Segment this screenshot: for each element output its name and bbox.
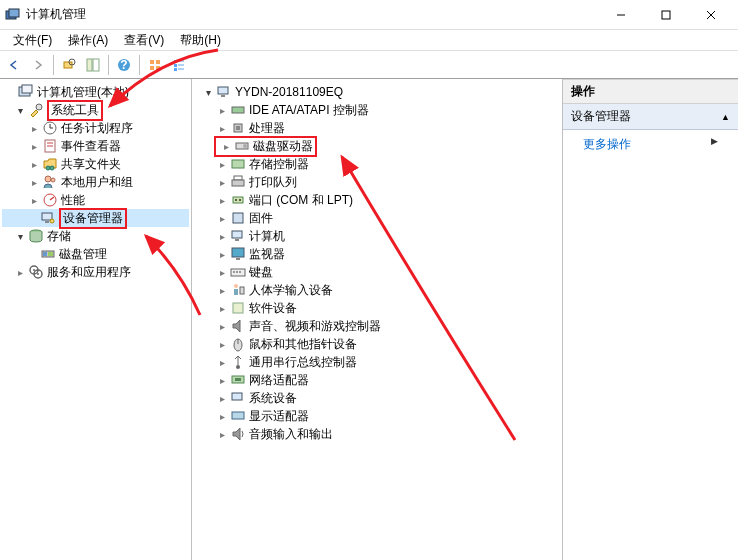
svg-rect-13 — [156, 60, 160, 64]
svg-rect-38 — [45, 221, 49, 223]
svg-rect-55 — [232, 160, 244, 168]
tree-services-apps[interactable]: 服务和应用程序 — [2, 263, 189, 281]
svg-rect-52 — [236, 126, 240, 130]
device-root[interactable]: YYDN-20181109EQ — [194, 83, 560, 101]
chevron-right-icon: ▶ — [711, 136, 718, 146]
svg-point-24 — [36, 104, 42, 110]
view-details-button[interactable] — [168, 54, 190, 76]
toolbar: ? — [0, 51, 738, 79]
device-firmware[interactable]: 固件 — [194, 209, 560, 227]
menu-help[interactable]: 帮助(H) — [172, 30, 229, 51]
svg-point-31 — [46, 166, 50, 170]
svg-rect-9 — [93, 59, 99, 71]
tree-device-manager[interactable]: 设备管理器 — [2, 209, 189, 227]
device-tree[interactable]: YYDN-20181109EQ IDE ATA/ATAPI 控制器 处理器 磁盘… — [192, 79, 563, 560]
network-icon — [230, 372, 246, 388]
svg-rect-23 — [22, 85, 32, 93]
app-icon — [5, 7, 21, 23]
minimize-button[interactable] — [598, 0, 643, 30]
tree-storage[interactable]: 存储 — [2, 227, 189, 245]
scan-hardware-button[interactable] — [58, 54, 80, 76]
keyboard-icon — [230, 264, 246, 280]
more-actions-link[interactable]: 更多操作 ▶ — [563, 130, 738, 159]
tree-system-tools[interactable]: 系统工具 — [2, 101, 189, 119]
tree-disk-management[interactable]: 磁盘管理 — [2, 245, 189, 263]
device-network[interactable]: 网络适配器 — [194, 371, 560, 389]
device-printers[interactable]: 打印队列 — [194, 173, 560, 191]
device-cpu[interactable]: 处理器 — [194, 119, 560, 137]
services-icon — [28, 264, 44, 280]
device-usb[interactable]: 通用串行总线控制器 — [194, 353, 560, 371]
tree-shared-folders[interactable]: 共享文件夹 — [2, 155, 189, 173]
svg-rect-71 — [234, 289, 238, 295]
menu-file[interactable]: 文件(F) — [5, 30, 60, 51]
svg-point-32 — [50, 166, 54, 170]
show-console-tree-button[interactable] — [82, 54, 104, 76]
device-system[interactable]: 系统设备 — [194, 389, 560, 407]
svg-rect-62 — [232, 231, 242, 238]
svg-point-70 — [234, 284, 238, 288]
tree-performance[interactable]: 性能 — [2, 191, 189, 209]
tree-local-users[interactable]: 本地用户和组 — [2, 173, 189, 191]
svg-rect-57 — [232, 180, 244, 186]
device-audio-io[interactable]: 音频输入和输出 — [194, 425, 560, 443]
svg-point-46 — [33, 269, 35, 271]
svg-rect-81 — [232, 412, 244, 419]
close-button[interactable] — [688, 0, 733, 30]
device-software[interactable]: 软件设备 — [194, 299, 560, 317]
svg-rect-49 — [221, 95, 225, 97]
svg-point-33 — [45, 176, 51, 182]
mouse-icon — [230, 336, 246, 352]
help-button[interactable]: ? — [113, 54, 135, 76]
tree-root[interactable]: 计算机管理(本地) — [2, 83, 189, 101]
device-keyboard[interactable]: 键盘 — [194, 263, 560, 281]
device-storage-ctrl[interactable]: 存储控制器 — [194, 155, 560, 173]
audio-io-icon — [230, 426, 246, 442]
device-ide[interactable]: IDE ATA/ATAPI 控制器 — [194, 101, 560, 119]
svg-rect-12 — [150, 60, 154, 64]
maximize-button[interactable] — [643, 0, 688, 30]
back-button[interactable] — [3, 54, 25, 76]
display-adapter-icon — [230, 408, 246, 424]
device-display[interactable]: 显示适配器 — [194, 407, 560, 425]
window-title: 计算机管理 — [26, 6, 598, 23]
svg-rect-8 — [87, 59, 92, 71]
performance-icon — [42, 192, 58, 208]
svg-rect-50 — [232, 107, 244, 113]
device-computer[interactable]: 计算机 — [194, 227, 560, 245]
ide-icon — [230, 102, 246, 118]
menu-action[interactable]: 操作(A) — [60, 30, 116, 51]
svg-rect-61 — [233, 213, 243, 223]
device-mouse[interactable]: 鼠标和其他指针设备 — [194, 335, 560, 353]
svg-point-39 — [50, 219, 54, 223]
console-tree[interactable]: 计算机管理(本地) 系统工具 任务计划程序 事件查看器 共享文件夹 本地用户和组… — [0, 79, 192, 560]
svg-text:?: ? — [120, 58, 127, 72]
svg-rect-65 — [236, 258, 240, 260]
svg-rect-1 — [9, 9, 19, 17]
disk-icon — [40, 246, 56, 262]
tree-event-viewer[interactable]: 事件查看器 — [2, 137, 189, 155]
tools-icon — [28, 102, 44, 118]
device-disk[interactable]: 磁盘驱动器 — [194, 137, 560, 155]
device-hid[interactable]: 人体学输入设备 — [194, 281, 560, 299]
chevron-up-icon: ▲ — [721, 112, 730, 122]
svg-rect-68 — [236, 271, 238, 273]
svg-rect-16 — [174, 60, 177, 63]
menu-view[interactable]: 查看(V) — [116, 30, 172, 51]
device-ports[interactable]: 端口 (COM 和 LPT) — [194, 191, 560, 209]
computer-icon — [216, 84, 232, 100]
forward-button[interactable] — [27, 54, 49, 76]
svg-rect-73 — [233, 303, 243, 313]
device-audio-video[interactable]: 声音、视频和游戏控制器 — [194, 317, 560, 335]
view-large-button[interactable] — [144, 54, 166, 76]
disk-drive-icon — [234, 138, 250, 154]
svg-point-60 — [239, 199, 241, 201]
device-monitor[interactable]: 监视器 — [194, 245, 560, 263]
usb-icon — [230, 354, 246, 370]
svg-rect-67 — [233, 271, 235, 273]
svg-rect-79 — [235, 378, 241, 381]
actions-section[interactable]: 设备管理器 ▲ — [563, 104, 738, 130]
tree-task-scheduler[interactable]: 任务计划程序 — [2, 119, 189, 137]
svg-rect-63 — [235, 239, 239, 241]
titlebar: 计算机管理 — [0, 0, 738, 30]
